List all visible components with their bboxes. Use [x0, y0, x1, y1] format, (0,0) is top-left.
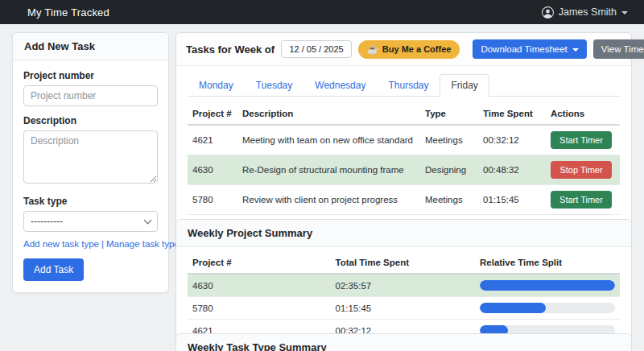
col-project: Project #: [188, 252, 330, 274]
add-task-form: Project number Description Task type ---…: [13, 60, 168, 292]
cell-project: 4621: [188, 125, 237, 155]
cell-type: Meetings: [420, 185, 478, 215]
user-menu[interactable]: James Smith: [542, 6, 628, 19]
buy-me-a-coffee-button[interactable]: ☕ Buy Me a Coffee: [358, 40, 460, 59]
time-split-track: [480, 280, 615, 291]
weekly-project-summary-panel: Weekly Project Summary Project # Total T…: [175, 219, 632, 351]
cell-time: 00:48:32: [478, 155, 546, 185]
cell-time: 01:15:45: [330, 297, 475, 320]
add-task-type-link[interactable]: Add new task type: [23, 239, 99, 249]
task-type-links: Add new task type|Manage task types: [23, 239, 158, 249]
table-row: 5780 Review with client on project progr…: [188, 185, 620, 215]
col-time-spent: Time Spent: [478, 103, 546, 125]
stop-timer-button[interactable]: Stop Timer: [551, 161, 612, 179]
navbar: My Time Tracked James Smith: [0, 0, 644, 24]
col-relative-split: Relative Time Split: [475, 252, 620, 274]
cell-project: 5780: [188, 185, 237, 215]
buy-me-a-coffee-label: Buy Me a Coffee: [382, 44, 452, 54]
summary-row-highlighted: 4630 02:35:57: [188, 274, 620, 297]
time-split-bar: [480, 280, 615, 291]
tab-tuesday[interactable]: Tuesday: [245, 74, 304, 97]
cell-time: 00:32:12: [478, 125, 546, 155]
project-number-label: Project number: [23, 70, 158, 81]
tab-thursday[interactable]: Thursday: [377, 74, 440, 97]
tab-friday[interactable]: Friday: [440, 74, 489, 97]
description-label: Description: [23, 115, 158, 126]
task-type-label: Task type: [23, 196, 158, 207]
tab-monday[interactable]: Monday: [188, 74, 245, 97]
task-type-select[interactable]: ----------: [23, 211, 158, 232]
chevron-down-icon: [572, 48, 579, 52]
cell-description: Re-Design of structural mounting frame: [237, 155, 420, 185]
cell-time: 01:15:45: [478, 185, 546, 215]
tasks-panel-header: Tasks for Week of ☕ Buy Me a Coffee Down…: [176, 33, 631, 66]
time-split-track: [480, 303, 615, 313]
tab-wednesday[interactable]: Wednesday: [303, 74, 377, 97]
project-summary-table: Project # Total Time Spent Relative Time…: [188, 252, 620, 342]
weekly-task-type-summary-panel: Weekly Task Type Summary: [175, 333, 632, 351]
add-task-title: Add New Task: [13, 33, 168, 60]
col-actions: Actions: [546, 103, 620, 125]
cell-project: 5780: [188, 297, 330, 320]
manage-task-types-link[interactable]: Manage task types: [106, 239, 184, 249]
add-task-button[interactable]: Add Task: [23, 258, 84, 281]
summary-header-row: Project # Total Time Spent Relative Time…: [188, 252, 620, 274]
week-date-input[interactable]: [281, 40, 352, 58]
download-timesheet-label: Download Timesheet: [481, 44, 567, 54]
user-icon: [542, 6, 554, 19]
cell-description: Review with client on project progress: [237, 185, 420, 215]
user-name: James Smith: [559, 6, 617, 18]
weekly-task-type-summary-title: Weekly Task Type Summary: [176, 334, 631, 351]
cell-project: 4630: [188, 155, 237, 185]
app-title: My Time Tracked: [27, 6, 109, 19]
cell-type: Designing: [420, 155, 478, 185]
tasks-table-header-row: Project # Description Type Time Spent Ac…: [188, 103, 620, 125]
weekday-tabs: Monday Tuesday Wednesday Thursday Friday: [188, 74, 620, 97]
col-description: Description: [237, 103, 420, 125]
coffee-cup-icon: ☕: [367, 44, 378, 55]
cell-type: Meetings: [420, 125, 478, 155]
time-split-bar: [480, 303, 546, 313]
col-type: Type: [420, 103, 478, 125]
table-row-active-timer: 4630 Re-Design of structural mounting fr…: [188, 155, 620, 185]
summary-row: 5780 01:15:45: [188, 297, 620, 320]
cell-time: 02:35:57: [330, 274, 475, 297]
tasks-panel-title: Tasks for Week of: [186, 43, 275, 56]
description-input[interactable]: [23, 130, 158, 184]
cell-project: 4630: [188, 274, 330, 297]
view-timesheet-button[interactable]: View Timesheet: [593, 39, 644, 59]
col-total-time: Total Time Spent: [330, 252, 475, 274]
add-task-panel: Add New Task Project number Description …: [12, 32, 169, 293]
app-window: My Time Tracked James Smith Add New Task…: [0, 0, 644, 351]
col-project: Project #: [188, 103, 237, 125]
cell-description: Meeting with team on new office standard: [237, 125, 420, 155]
table-row: 4621 Meeting with team on new office sta…: [188, 125, 620, 155]
chevron-down-icon: [621, 11, 628, 14]
weekly-project-summary-title: Weekly Project Summary: [176, 220, 631, 247]
link-separator: |: [101, 239, 104, 249]
start-timer-button[interactable]: Start Timer: [551, 191, 612, 209]
download-timesheet-button[interactable]: Download Timesheet: [473, 39, 586, 59]
start-timer-button[interactable]: Start Timer: [551, 131, 612, 149]
project-number-input[interactable]: [23, 85, 158, 106]
